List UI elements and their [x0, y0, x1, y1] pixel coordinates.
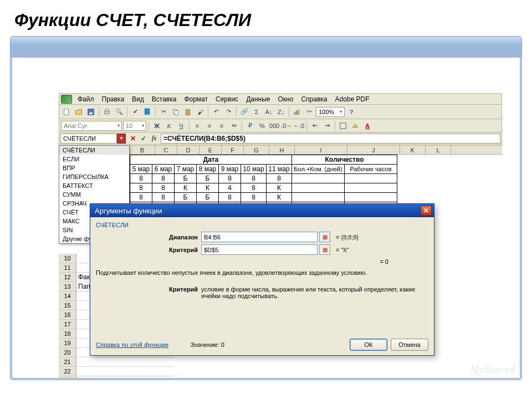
undo-icon[interactable]: ↶ — [211, 106, 222, 117]
row-header[interactable]: 23 — [59, 376, 76, 378]
name-box-dropdown-icon[interactable]: ▼ — [117, 134, 126, 144]
criteria-input[interactable]: $D$5 — [201, 244, 318, 255]
cut-icon[interactable]: ✂ — [158, 106, 169, 117]
row-header[interactable]: 11 — [59, 263, 76, 273]
column-header[interactable]: L — [426, 146, 451, 154]
column-header[interactable]: J — [347, 146, 400, 154]
data-cell[interactable] — [292, 193, 345, 202]
formula-input[interactable]: =СЧЁТЕСЛИ(B4:B6;$D$5) — [161, 134, 500, 144]
data-cell[interactable]: К — [197, 183, 219, 193]
cancel-button[interactable]: Отмена — [391, 339, 428, 351]
dialog-help-link[interactable]: Справка по этой функции — [96, 341, 168, 348]
data-cell[interactable]: 4 — [219, 183, 241, 193]
menu-adobepdf[interactable]: Adobe PDF — [331, 94, 373, 104]
menu-window[interactable]: Окно — [274, 94, 297, 104]
func-item[interactable]: СУММ — [59, 190, 129, 199]
data-cell[interactable]: 8 — [130, 174, 152, 183]
menu-tools[interactable]: Сервис — [212, 94, 242, 104]
drawing-icon[interactable]: ✏ — [304, 106, 315, 117]
new-icon[interactable] — [61, 106, 72, 117]
ok-button[interactable]: ОК — [350, 339, 387, 351]
func-item[interactable]: ЕСЛИ — [59, 155, 129, 163]
zoom-combo[interactable]: 100% — [316, 107, 345, 117]
data-cell[interactable]: 8 — [219, 193, 241, 202]
column-header[interactable]: B — [130, 146, 155, 154]
data-cell[interactable]: К — [267, 183, 292, 193]
preview-icon[interactable]: 🔍 — [114, 106, 125, 117]
data-cell[interactable]: Б — [197, 174, 219, 183]
name-box[interactable]: СЧЁТЕСЛИ ▼ — [60, 134, 117, 144]
data-cell[interactable]: 8 — [152, 183, 175, 193]
row-header[interactable]: 21 — [59, 357, 76, 367]
chart-icon[interactable] — [291, 106, 303, 117]
data-cell[interactable] — [345, 193, 397, 202]
row-header[interactable]: 17 — [59, 320, 76, 329]
open-icon[interactable] — [73, 106, 84, 117]
data-cell[interactable]: 8 — [241, 183, 267, 193]
size-combo[interactable]: 10 — [123, 121, 146, 131]
align-right-icon[interactable]: ≡ — [216, 120, 227, 131]
align-center-icon[interactable]: ≡ — [204, 120, 215, 131]
data-cell[interactable]: 8 — [241, 174, 267, 183]
redo-icon[interactable]: ↷ — [223, 106, 234, 117]
help-icon[interactable]: ? — [346, 106, 357, 117]
func-item[interactable]: БАТТЕКСТ — [59, 181, 129, 190]
merge-icon[interactable]: ⇔ — [228, 120, 239, 131]
row-header[interactable]: 16 — [59, 310, 76, 320]
row-header[interactable]: 14 — [59, 291, 76, 301]
save-icon[interactable] — [85, 106, 96, 117]
data-cell[interactable]: 8 — [219, 174, 241, 183]
data-cell[interactable]: К — [175, 183, 197, 193]
row-header[interactable]: 10 — [59, 254, 76, 263]
row-header[interactable]: 12 — [59, 273, 76, 282]
data-cell[interactable]: 8 — [152, 174, 175, 183]
func-item[interactable]: ГИПЕРССЫЛКА — [59, 172, 129, 181]
data-cell[interactable] — [292, 183, 345, 193]
data-cell[interactable]: 8 — [130, 183, 152, 193]
menu-edit[interactable]: Правка — [98, 94, 129, 104]
data-cell[interactable]: 8 — [267, 174, 292, 183]
column-header[interactable]: F — [222, 146, 244, 154]
data-cell[interactable] — [345, 174, 397, 183]
dec-indent-icon[interactable]: ⇤ — [309, 120, 320, 131]
print-icon[interactable] — [101, 106, 112, 117]
spell-icon[interactable]: ✔ — [130, 106, 141, 117]
column-header[interactable]: K — [400, 146, 426, 154]
data-cell[interactable]: Б — [175, 193, 197, 202]
cell[interactable] — [76, 376, 130, 378]
copy-icon[interactable] — [170, 106, 181, 117]
data-cell[interactable] — [292, 174, 345, 183]
paste-icon[interactable] — [182, 106, 193, 117]
cell[interactable] — [76, 367, 130, 376]
data-cell[interactable]: К — [267, 193, 292, 202]
criteria-ref-icon[interactable]: ▦ — [319, 244, 330, 255]
inc-decimal-icon[interactable]: .0→ — [281, 120, 292, 131]
percent-icon[interactable]: % — [257, 120, 268, 131]
italic-button[interactable]: К — [163, 120, 175, 131]
sort-asc-icon[interactable]: A↓ — [263, 106, 274, 117]
menu-insert[interactable]: Вставка — [148, 94, 181, 104]
range-ref-icon[interactable]: ▦ — [319, 232, 330, 242]
menu-data[interactable]: Данные — [242, 94, 274, 104]
inc-indent-icon[interactable]: ⇥ — [321, 120, 332, 131]
column-header[interactable]: D — [177, 146, 200, 154]
formula-enter-icon[interactable]: ✓ — [139, 134, 149, 144]
autosum-icon[interactable]: Σ — [251, 106, 262, 117]
menu-file[interactable]: Файл — [74, 94, 98, 104]
borders-icon[interactable] — [337, 120, 349, 131]
row-header[interactable]: 13 — [59, 282, 76, 291]
column-header[interactable]: H — [269, 146, 295, 154]
column-header[interactable]: G — [244, 146, 269, 154]
cell[interactable] — [76, 357, 130, 367]
fill-color-icon[interactable] — [350, 120, 361, 131]
dialog-titlebar[interactable]: Аргументы функции ✕ — [90, 204, 434, 217]
column-header[interactable]: C — [155, 146, 177, 154]
data-cell[interactable] — [345, 183, 397, 193]
fx-icon[interactable]: fx — [149, 134, 159, 144]
font-color-icon[interactable]: A — [362, 120, 373, 131]
font-combo[interactable]: Arial Cyr — [61, 121, 122, 131]
data-cell[interactable]: 8 — [241, 193, 267, 202]
menu-help[interactable]: Справка — [297, 94, 331, 104]
row-header[interactable]: 20 — [59, 348, 76, 357]
dec-decimal-icon[interactable]: ←.0 — [293, 120, 304, 131]
